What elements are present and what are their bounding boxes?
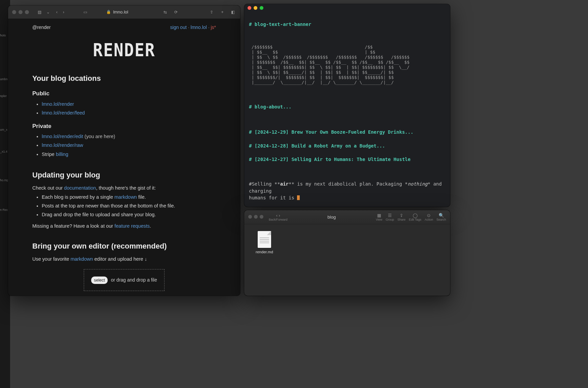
list-item: lmno.lol/render/feed (42, 109, 216, 117)
markdown-link[interactable]: markdown (71, 256, 93, 262)
banner-header: # blog-text-art-banner (249, 21, 445, 28)
list-item: lmno.lol/render/edit (you are here) (42, 133, 216, 140)
editor-titlebar (244, 4, 450, 11)
post-body-text: #Selling **air** is my next diabolical p… (249, 181, 445, 201)
private-links-list: lmno.lol/render/edit (you are here) lmno… (32, 133, 216, 158)
back-icon[interactable]: ‹ (54, 9, 60, 15)
sign-out-link[interactable]: sign out (170, 25, 187, 30)
domain-link[interactable]: lmno.lol (191, 25, 207, 30)
window-traffic-lights[interactable] (12, 10, 29, 14)
heading-public: Public (32, 89, 216, 98)
you-are-here: (you are here) (83, 134, 115, 139)
zoom-icon[interactable] (260, 6, 263, 10)
action-button[interactable]: ⊙Action (425, 213, 433, 221)
translate-icon[interactable]: ⇆ (162, 9, 168, 15)
finder-window: ‹ › Back/Forward blog ▦View ☰Group ⇪Shar… (244, 210, 450, 296)
reader-icon[interactable]: ▭ (82, 9, 88, 15)
public-links-list: lmno.lol/render lmno.lol/render/feed (32, 100, 216, 117)
bring-editor-text: Use your favorite markdown editor and up… (32, 255, 216, 263)
list-item: Stripe billing (42, 151, 216, 158)
updating-list: Each blog is powered by a single markdow… (32, 193, 216, 219)
tags-button[interactable]: ◯Edit Tags (409, 213, 421, 221)
close-icon[interactable] (248, 6, 251, 10)
public-link[interactable]: lmno.lol/render (42, 101, 74, 107)
forward-icon[interactable]: › (61, 9, 67, 15)
list-item: Each blog is powered by a single markdow… (42, 193, 216, 201)
search-button[interactable]: 🔍Search (436, 213, 446, 221)
group-button[interactable]: ☰Group (386, 213, 394, 221)
heading-updating: Updating your blog (32, 169, 216, 181)
list-item: Posts at the top are newer than those at… (42, 202, 216, 210)
markdown-link[interactable]: markdown (114, 194, 137, 200)
minimize-icon[interactable] (254, 215, 258, 219)
list-item: lmno.lol/render (42, 100, 216, 108)
updating-footer: Missing a feature? Have a look at our fe… (32, 222, 216, 230)
stripe-billing-link[interactable]: billing (56, 152, 68, 157)
file-item[interactable]: render.md (251, 231, 278, 254)
safari-toolbar: ▤ ⌄ ‹ › ▭ 🔒 lmno.lol ⇆ ⟳ ⇪ + ◧ (8, 5, 240, 19)
upload-dropzone[interactable]: select or drag and drop a file (84, 269, 164, 291)
zoom-icon[interactable] (25, 10, 29, 14)
minimize-icon[interactable] (254, 6, 257, 10)
js-link[interactable]: js* (211, 25, 216, 30)
sidebar-toggle-icon[interactable]: ▤ (36, 9, 42, 15)
share-button[interactable]: ⇪Share (398, 213, 406, 221)
heading-locations: Your blog locations (32, 72, 216, 84)
about-header: # blog-about... (249, 103, 445, 110)
user-handle: @render (32, 24, 51, 31)
lock-icon: 🔒 (106, 10, 111, 14)
private-link[interactable]: lmno.lol/render/raw (42, 142, 83, 148)
close-icon[interactable] (12, 10, 16, 14)
dropzone-text: or drag and drop a file (110, 277, 157, 283)
url-text: lmno.lol (113, 9, 128, 14)
window-traffic-lights[interactable] (248, 215, 265, 220)
editor-window: # blog-text-art-banner /$$$$$$$ /$$ | $$… (244, 4, 450, 207)
post-heading: # [2024-12-27] Selling Air to Humans: Th… (249, 156, 445, 163)
zoom-icon[interactable] (260, 215, 263, 219)
share-icon[interactable]: ⇪ (209, 9, 215, 15)
select-file-button[interactable]: select (91, 277, 108, 284)
finder-title: blog (328, 215, 336, 220)
updating-intro: Check out our documentation, though here… (32, 184, 216, 192)
stripe-prefix: Stripe (42, 152, 56, 157)
view-button[interactable]: ▦View (376, 213, 382, 221)
new-tab-icon[interactable]: + (219, 9, 225, 15)
address-bar[interactable]: 🔒 lmno.lol (106, 9, 128, 14)
minimize-icon[interactable] (19, 10, 23, 14)
editor-content[interactable]: # blog-text-art-banner /$$$$$$$ /$$ | $$… (244, 11, 450, 207)
separator-dot: · (188, 25, 191, 30)
reload-icon[interactable]: ⟳ (173, 9, 179, 15)
list-item: Drag and drop the file to upload and sha… (42, 211, 216, 219)
tabs-icon[interactable]: ◧ (230, 9, 236, 15)
document-icon (258, 231, 271, 248)
ascii-art-banner: /$$$$$$$ /$$ | $$__ $$ | $$ | $$ \ $$ /$… (249, 45, 445, 85)
private-link[interactable]: lmno.lol/render/edit (42, 134, 83, 139)
documentation-link[interactable]: documentation (64, 185, 96, 191)
safari-window: ▤ ⌄ ‹ › ▭ 🔒 lmno.lol ⇆ ⟳ ⇪ + ◧ @render s… (8, 5, 240, 296)
close-icon[interactable] (248, 215, 252, 219)
chevron-down-icon[interactable]: ⌄ (45, 9, 51, 15)
finder-body[interactable]: render.md (244, 224, 450, 261)
safari-page: @render sign out · lmno.lol · js* RENDER… (8, 19, 240, 296)
feature-requests-link[interactable]: feature requests (114, 223, 150, 229)
post-heading: # [2024-12-29] Brew Your Own Booze-Fuele… (249, 129, 445, 135)
heading-private: Private (32, 122, 216, 131)
public-link[interactable]: lmno.lol/render/feed (42, 110, 85, 116)
list-item: lmno.lol/render/raw (42, 141, 216, 149)
file-label: render.md (256, 250, 273, 254)
render-logo: RENDER (32, 36, 216, 64)
heading-bring-editor: Bring your own editor (recommended) (32, 240, 216, 252)
finder-toolbar: ‹ › Back/Forward blog ▦View ☰Group ⇪Shar… (244, 210, 450, 224)
text-cursor (297, 195, 300, 200)
back-forward-buttons[interactable]: ‹ › Back/Forward (269, 213, 288, 221)
post-heading: # [2024-12-28] Build a Robot Army on a B… (249, 142, 445, 149)
